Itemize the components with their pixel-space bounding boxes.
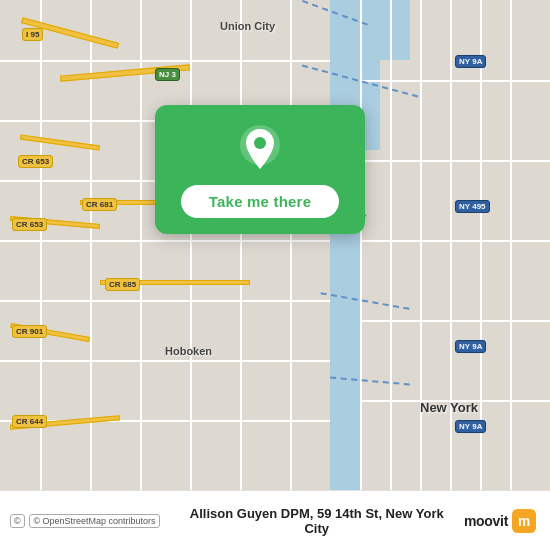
osm-contributors-text: © OpenStreetMap contributors xyxy=(29,514,159,528)
location-card: Take me there xyxy=(155,105,365,234)
label-i95: I 95 xyxy=(22,28,43,41)
osm-symbol: © xyxy=(10,514,25,528)
ny-road-h4 xyxy=(360,320,550,322)
ny-road-v3 xyxy=(420,0,422,490)
bottom-bar: © © OpenStreetMap contributors Allison G… xyxy=(0,490,550,550)
label-cr685: CR 685 xyxy=(105,278,140,291)
road-v5 xyxy=(240,0,242,490)
road-v6 xyxy=(290,0,292,490)
label-cr901: CR 901 xyxy=(12,325,47,338)
ny-road-v2 xyxy=(390,0,392,490)
ny-road-v4 xyxy=(450,0,452,490)
moovit-logo: moovit m xyxy=(464,509,536,533)
label-new-york: New York xyxy=(420,400,478,415)
map-container: I 95 NJ 3 CR 653 CR 681 CR 653 CR 685 CR… xyxy=(0,0,550,490)
road-h6 xyxy=(0,360,330,362)
moovit-text: moovit xyxy=(464,513,508,529)
road-h1 xyxy=(0,60,330,62)
road-h5 xyxy=(0,300,330,302)
moovit-icon: m xyxy=(512,509,536,533)
svg-text:m: m xyxy=(518,514,530,529)
label-ny9a-mid: NY 9A xyxy=(455,340,486,353)
ny-road-h1 xyxy=(360,80,550,82)
label-union-city: Union City xyxy=(220,20,275,32)
ny-road-v5 xyxy=(480,0,482,490)
location-title: Allison Guyen DPM, 59 14th St, New York … xyxy=(178,506,456,536)
label-cr653b: CR 653 xyxy=(12,218,47,231)
label-hoboken: Hoboken xyxy=(165,345,212,357)
take-me-there-button[interactable]: Take me there xyxy=(181,185,339,218)
label-ny495: NY 495 xyxy=(455,200,490,213)
ny-road-h3 xyxy=(360,240,550,242)
ny-road-h2 xyxy=(360,160,550,162)
label-ny9a-top: NY 9A xyxy=(455,55,486,68)
label-cr653a: CR 653 xyxy=(18,155,53,168)
label-cr644: CR 644 xyxy=(12,415,47,428)
location-pin-icon xyxy=(234,123,286,175)
ny-road-v6 xyxy=(510,0,512,490)
road-h4 xyxy=(0,240,330,242)
label-ny9a-bot: NY 9A xyxy=(455,420,486,433)
svg-point-1 xyxy=(254,137,266,149)
road-v4 xyxy=(190,0,192,490)
label-cr681: CR 681 xyxy=(82,198,117,211)
label-nj3: NJ 3 xyxy=(155,68,180,81)
osm-attribution: © © OpenStreetMap contributors xyxy=(10,514,162,528)
ny-road-v1 xyxy=(360,0,362,490)
